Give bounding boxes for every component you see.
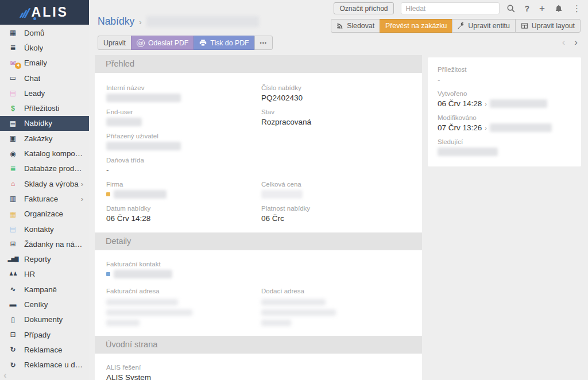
- modified-datetime: 07 Črv 13:26: [438, 123, 482, 132]
- sidebar-item-pripady[interactable]: ⊟ Případy: [0, 327, 89, 342]
- search-input[interactable]: [401, 2, 500, 14]
- contact-bullet-icon: [106, 272, 110, 276]
- sidebar-item-fakturace[interactable]: ▥ Fakturace ›: [0, 191, 89, 206]
- sidebar-item-nabidky[interactable]: ▤ Nabídky: [0, 116, 89, 131]
- sidebar-item-label: Žádanky na nákup: [24, 240, 84, 249]
- organizations-icon: ▦: [7, 211, 18, 218]
- print-pdf-button[interactable]: Tisk do PDF: [194, 36, 254, 50]
- intro-panel-title: Úvodní strana: [95, 336, 422, 354]
- record-pager: ‹ ›: [562, 37, 578, 48]
- send-pdf-button[interactable]: @ Odeslat PDF: [131, 36, 194, 50]
- sidebar-item-label: Příležitosti: [24, 104, 59, 113]
- mark-arrival-button[interactable]: Označit příchod: [334, 2, 393, 14]
- sidebar-item-label: Zakázky: [24, 134, 53, 143]
- page-header: Označit příchod ? + ⋮ Nabídky › Sledovat…: [89, 0, 588, 53]
- record-action-buttons: Upravit @ Odeslat PDF Tisk do PDF •••: [98, 36, 273, 50]
- sidebar-item-reklamace-u-dodavatele[interactable]: ↻ Reklamace u dodav...: [0, 358, 89, 373]
- field-label: Vytvořeno: [438, 90, 571, 97]
- sidebar-item-ceniky[interactable]: ▬ Ceníky: [0, 297, 89, 312]
- sidebar-item-label: Kontakty: [24, 225, 54, 234]
- sidebar-item-dokumenty[interactable]: ▯ Dokumenty: [0, 312, 89, 327]
- notifications-bell-icon[interactable]: [555, 4, 563, 13]
- sidebar-item-kontakty[interactable]: ▤ Kontakty: [0, 222, 89, 236]
- sidebar-item-chat[interactable]: ▭ Chat: [0, 71, 89, 86]
- sidebar-item-emaily[interactable]: ✉ 4 Emaily: [0, 56, 89, 71]
- sidebar-item-domu[interactable]: ▦ Domů: [0, 25, 89, 40]
- sidebar-item-leady[interactable]: ▤ Leady: [0, 86, 89, 100]
- field-label: ALIS řešení: [106, 364, 411, 371]
- edit-entity-label: Upravit entitu: [468, 22, 509, 30]
- field-opportunity: Příležitost -: [438, 66, 571, 84]
- sidebar-item-prilezitosti[interactable]: $ Příležitosti: [0, 100, 89, 115]
- field-value: 06 Črv 14:28: [106, 214, 261, 223]
- overview-panel: Přehled Interní název Číslo nabídky PQ24…: [95, 55, 422, 232]
- sidebar-item-zadanky-na-nakup[interactable]: ⊞ Žádanky na nákup: [0, 236, 89, 251]
- redacted-value: [106, 118, 142, 126]
- field-created: Vytvořeno 06 Črv 14:28 ›: [438, 90, 571, 108]
- sidebar-item-reklamace[interactable]: ↻ Reklamace: [0, 342, 89, 357]
- field-modified: Modifikováno 07 Črv 13:26 ›: [438, 114, 571, 132]
- convert-to-order-button[interactable]: Převést na zakázku: [380, 19, 452, 33]
- breadcrumb-separator: ›: [139, 18, 141, 26]
- sidebar-item-sklady-a-vyroba[interactable]: ⌂ Sklady a výroba ›: [0, 176, 89, 191]
- campaigns-icon: ∿: [7, 286, 18, 293]
- field-value: 06 Črc: [261, 214, 411, 223]
- purchase-request-icon: ⊞: [7, 241, 18, 247]
- opportunities-icon: $: [7, 105, 18, 112]
- hr-icon: ♟♟: [7, 272, 18, 277]
- cases-icon: ⊟: [7, 331, 18, 338]
- field-label: Firma: [106, 181, 261, 188]
- edit-layout-button[interactable]: Upravit layout: [515, 19, 581, 33]
- sidebar-item-katalog-komponent[interactable]: ◉ Katalog komponent: [0, 146, 89, 161]
- menu-kebab-icon[interactable]: ⋮: [572, 4, 581, 13]
- more-actions-button[interactable]: •••: [254, 36, 273, 50]
- sidebar-item-label: Katalog komponent: [24, 149, 84, 158]
- field-label: Celková cena: [261, 181, 411, 188]
- sidebar-item-hr[interactable]: ♟♟ HR: [0, 267, 89, 282]
- field-value: ALIS System: [106, 373, 411, 380]
- quotes-icon: ▤: [7, 120, 18, 127]
- sidebar: ALIS ▦ Domů ≣ Úkoly ✉ 4 Emaily ▭ Chat ▤ …: [0, 0, 89, 380]
- sidebar-item-zakazky[interactable]: ▣ Zakázky: [0, 131, 89, 146]
- search-icon[interactable]: [506, 4, 515, 13]
- field-billing-address: Fakturační adresa: [106, 288, 261, 330]
- follow-button[interactable]: Sledovat: [331, 19, 380, 33]
- sidebar-item-organizace[interactable]: ▦ Organizace: [0, 207, 89, 222]
- field-company: Firma: [106, 181, 261, 205]
- sidebar-item-label: Dokumenty: [24, 315, 63, 324]
- overview-panel-title: Přehled: [95, 55, 422, 73]
- edit-entity-button[interactable]: Upravit entitu: [452, 19, 515, 33]
- next-record-icon[interactable]: ›: [574, 37, 578, 48]
- edit-record-button[interactable]: Upravit: [98, 36, 131, 50]
- field-followers: Sledující: [438, 138, 571, 156]
- component-catalog-icon: ◉: [7, 150, 18, 157]
- field-quote-date: Datum nabídky 06 Črv 14:28: [106, 205, 261, 229]
- field-end-user: End-user: [106, 108, 261, 133]
- sidebar-item-ukoly[interactable]: ≣ Úkoly: [0, 40, 89, 55]
- warehouse-icon: ⌂: [7, 180, 18, 187]
- sidebar-item-reporty[interactable]: ▂▅▇ Reporty: [0, 251, 89, 266]
- sidebar-item-label: Reklamace u dodav...: [24, 360, 84, 369]
- previous-record-icon[interactable]: ‹: [562, 37, 566, 48]
- sidebar-item-kampane[interactable]: ∿ Kampaně: [0, 282, 89, 297]
- record-side-panel: Příležitost - Vytvořeno 06 Črv 14:28 › M…: [428, 57, 581, 166]
- logo-dot: [33, 17, 36, 20]
- email-icon: ✉ 4: [7, 60, 18, 67]
- field-label: Daňová třída: [106, 157, 261, 164]
- price-lists-icon: ▬: [7, 301, 18, 308]
- field-assigned-user: Přiřazený uživatel: [106, 133, 261, 157]
- created-datetime: 06 Črv 14:28: [438, 99, 482, 108]
- field-alis-solution: ALIS řešení ALIS System: [106, 364, 411, 380]
- quick-create-icon[interactable]: +: [539, 3, 545, 13]
- breadcrumb-section-link[interactable]: Nabídky: [98, 15, 134, 28]
- sidebar-item-databaze-produktu[interactable]: ≣ Databáze produktů: [0, 161, 89, 176]
- app-logo[interactable]: ALIS: [0, 0, 89, 25]
- sidebar-collapse-icon[interactable]: ‹: [3, 370, 7, 380]
- field-value: Rozpracovaná: [261, 118, 411, 126]
- sidebar-item-label: Nabídky: [24, 119, 52, 127]
- field-billing-contact: Fakturační kontakt: [106, 261, 261, 278]
- printer-icon: [199, 39, 207, 46]
- help-icon[interactable]: ?: [525, 5, 530, 13]
- sidebar-menu: ▦ Domů ≣ Úkoly ✉ 4 Emaily ▭ Chat ▤ Leady…: [0, 25, 89, 373]
- print-pdf-label: Tisk do PDF: [210, 39, 249, 47]
